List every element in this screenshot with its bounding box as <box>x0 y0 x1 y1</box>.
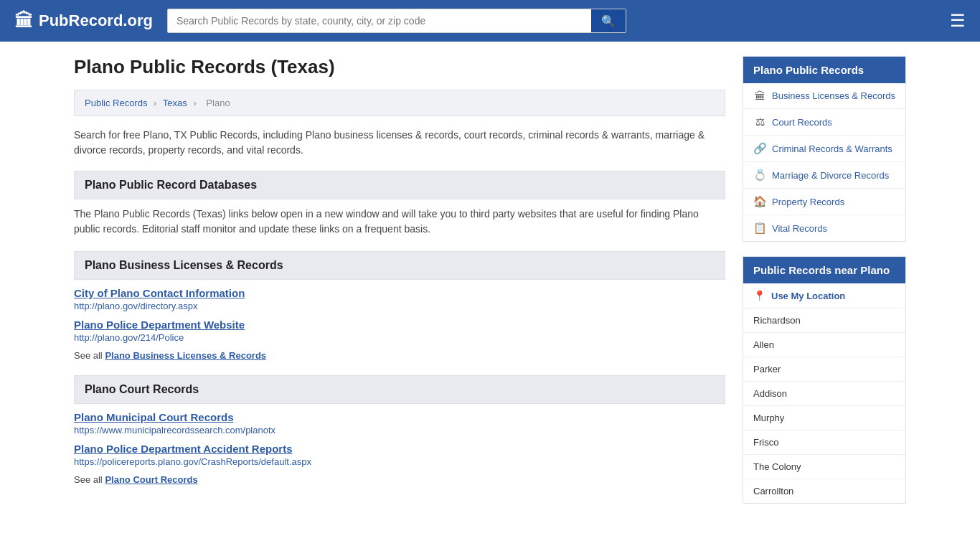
nearby-addison[interactable]: Addison <box>743 382 905 406</box>
addison-label: Addison <box>753 388 787 399</box>
sidebar: Plano Public Records 🏛 Business Licenses… <box>743 56 906 518</box>
breadcrumb: Public Records › Texas › Plano <box>74 90 725 116</box>
breadcrumb-texas[interactable]: Texas <box>163 98 187 108</box>
scales-icon: ⚖ <box>753 116 766 128</box>
sidebar-business-licenses[interactable]: 🏛 Business Licenses & Records <box>743 83 905 109</box>
murphy-label: Murphy <box>753 413 784 423</box>
house-icon: 🏠 <box>753 195 766 208</box>
nearby-allen[interactable]: Allen <box>743 333 905 357</box>
nearby-records-box: Public Records near Plano 📍 Use My Locat… <box>743 256 906 504</box>
briefcase-icon: 🏛 <box>753 90 766 102</box>
logo-icon: 🏛 <box>14 10 33 32</box>
nearby-carrollton[interactable]: Carrollton <box>743 479 905 503</box>
nearby-richardson[interactable]: Richardson <box>743 309 905 333</box>
plano-police-website-url: http://plano.gov/214/Police <box>74 332 725 343</box>
logo-text: PubRecord.org <box>39 11 153 30</box>
sidebar-property-label: Property Records <box>772 197 844 207</box>
sidebar-criminal-records[interactable]: 🔗 Criminal Records & Warrants <box>743 136 905 162</box>
handcuffs-icon: 🔗 <box>753 142 766 155</box>
hamburger-menu[interactable]: ☰ <box>950 11 966 31</box>
allen-label: Allen <box>753 339 774 350</box>
databases-desc: The Plano Public Records (Texas) links b… <box>74 207 725 237</box>
see-all-court-link[interactable]: Plano Court Records <box>105 474 197 485</box>
site-logo[interactable]: 🏛 PubRecord.org <box>14 10 153 32</box>
sidebar-vital-label: Vital Records <box>772 223 827 234</box>
sidebar-vital-records[interactable]: 📋 Vital Records <box>743 215 905 241</box>
use-my-location[interactable]: 📍 Use My Location <box>743 283 905 309</box>
plano-municipal-court-url: https://www.municipalrecordssearch.com/p… <box>74 425 725 435</box>
plano-records-box-title: Plano Public Records <box>743 57 905 83</box>
business-section: Plano Business Licenses & Records City o… <box>74 251 725 361</box>
rings-icon: 💍 <box>753 169 766 182</box>
clipboard-icon: 📋 <box>753 222 766 235</box>
plano-police-accident-link[interactable]: Plano Police Department Accident Reports <box>74 443 725 455</box>
nearby-frisco[interactable]: Frisco <box>743 430 905 455</box>
nearby-the-colony[interactable]: The Colony <box>743 455 905 479</box>
court-section-header: Plano Court Records <box>74 375 725 404</box>
plano-police-website-link[interactable]: Plano Police Department Website <box>74 319 725 331</box>
city-plano-contact-link[interactable]: City of Plano Contact Information <box>74 287 725 299</box>
page-title: Plano Public Records (Texas) <box>74 56 725 78</box>
the-colony-label: The Colony <box>753 461 801 472</box>
see-all-business: See all Plano Business Licenses & Record… <box>74 350 725 361</box>
nearby-murphy[interactable]: Murphy <box>743 406 905 430</box>
breadcrumb-plano: Plano <box>206 98 230 108</box>
search-button[interactable]: 🔍 <box>591 9 626 32</box>
plano-police-accident-url: https://policereports.plano.gov/CrashRep… <box>74 456 725 467</box>
search-input[interactable] <box>168 9 591 32</box>
parker-label: Parker <box>753 364 781 375</box>
sidebar-court-records[interactable]: ⚖ Court Records <box>743 109 905 136</box>
intro-text: Search for free Plano, TX Public Records… <box>74 128 725 158</box>
court-section: Plano Court Records Plano Municipal Cour… <box>74 375 725 485</box>
sidebar-criminal-label: Criminal Records & Warrants <box>772 143 892 154</box>
sidebar-marriage-label: Marriage & Divorce Records <box>772 170 889 181</box>
business-section-header: Plano Business Licenses & Records <box>74 251 725 280</box>
breadcrumb-public-records[interactable]: Public Records <box>85 98 147 108</box>
nearby-records-title: Public Records near Plano <box>743 257 905 283</box>
city-plano-contact-url: http://plano.gov/directory.aspx <box>74 301 725 311</box>
frisco-label: Frisco <box>753 437 778 448</box>
nearby-parker[interactable]: Parker <box>743 357 905 382</box>
use-location-label: Use My Location <box>771 291 845 301</box>
sidebar-property-records[interactable]: 🏠 Property Records <box>743 189 905 215</box>
pin-icon: 📍 <box>753 290 765 301</box>
see-all-business-link[interactable]: Plano Business Licenses & Records <box>105 350 266 361</box>
see-all-court: See all Plano Court Records <box>74 474 725 485</box>
sidebar-marriage-records[interactable]: 💍 Marriage & Divorce Records <box>743 162 905 189</box>
plano-municipal-court-link[interactable]: Plano Municipal Court Records <box>74 411 725 423</box>
plano-records-box: Plano Public Records 🏛 Business Licenses… <box>743 56 906 242</box>
search-bar: 🔍 <box>167 9 626 33</box>
sidebar-business-label: Business Licenses & Records <box>772 90 895 101</box>
sidebar-court-label: Court Records <box>772 117 832 128</box>
site-header: 🏛 PubRecord.org 🔍 ☰ <box>0 0 980 42</box>
carrollton-label: Carrollton <box>753 486 793 496</box>
richardson-label: Richardson <box>753 315 801 326</box>
databases-header: Plano Public Record Databases <box>74 171 725 199</box>
